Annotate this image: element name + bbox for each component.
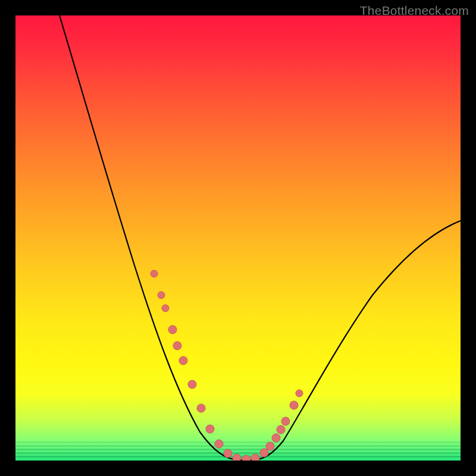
curve-layer [15,15,461,461]
svg-point-1 [158,292,165,299]
svg-point-3 [168,325,177,334]
watermark-text: TheBottleneck.com [360,4,469,18]
svg-point-14 [260,449,268,457]
bottleneck-curve [60,15,461,460]
svg-point-8 [206,425,214,433]
svg-point-7 [197,404,205,412]
svg-point-10 [224,449,232,458]
svg-point-0 [151,270,158,277]
svg-point-4 [173,342,181,350]
svg-point-15 [266,442,274,450]
svg-point-16 [272,434,280,442]
chart-frame: TheBottleneck.com [0,0,476,476]
svg-point-12 [242,455,250,461]
svg-point-6 [188,380,196,389]
svg-point-13 [251,454,259,461]
svg-point-9 [215,440,223,448]
svg-point-17 [277,425,285,434]
svg-point-18 [281,417,290,425]
svg-point-20 [296,390,303,397]
svg-point-2 [162,305,169,312]
svg-point-11 [233,454,241,461]
svg-point-5 [179,356,187,365]
svg-point-19 [290,401,298,409]
marker-group [151,270,303,461]
